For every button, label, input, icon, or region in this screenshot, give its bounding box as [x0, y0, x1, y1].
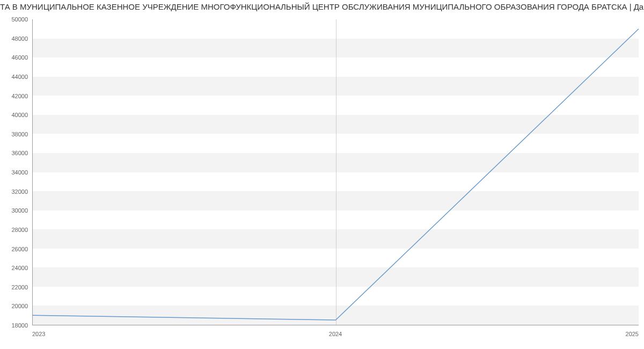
y-tick-label: 22000: [11, 284, 28, 290]
y-tick-label: 24000: [11, 265, 28, 271]
plot-area: [32, 19, 639, 325]
y-tick-label: 40000: [11, 112, 28, 118]
y-tick-label: 18000: [11, 322, 28, 329]
y-tick-label: 20000: [11, 303, 28, 309]
y-tick-label: 42000: [11, 93, 28, 99]
x-tick-label: 2025: [626, 331, 639, 337]
chart-title: ТА В МУНИЦИПАЛЬНОЕ КАЗЕННОЕ УЧРЕЖДЕНИЕ М…: [0, 0, 644, 14]
chart-container: 1800020000220002400026000280003000032000…: [0, 14, 644, 341]
y-axis: 1800020000220002400026000280003000032000…: [0, 14, 31, 341]
y-tick-label: 44000: [11, 74, 28, 80]
y-tick-label: 48000: [11, 35, 28, 42]
y-tick-label: 50000: [11, 16, 28, 23]
x-tick-label: 2024: [329, 331, 342, 337]
y-tick-label: 36000: [11, 150, 28, 156]
data-line: [33, 29, 639, 320]
line-series: [33, 19, 639, 325]
y-tick-label: 38000: [11, 131, 28, 137]
x-tick-label: 2023: [32, 331, 45, 337]
x-axis: 202320242025: [32, 329, 639, 341]
y-tick-label: 34000: [11, 169, 28, 176]
y-tick-label: 26000: [11, 246, 28, 252]
y-tick-label: 28000: [11, 227, 28, 233]
y-tick-label: 30000: [11, 207, 28, 214]
y-tick-label: 32000: [11, 188, 28, 195]
y-tick-label: 46000: [11, 54, 28, 61]
